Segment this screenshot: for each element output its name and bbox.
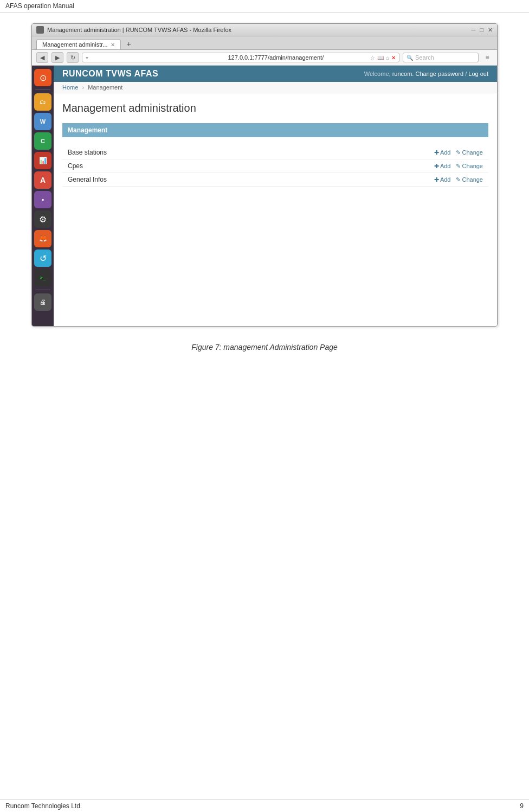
module-header-cell: Management bbox=[62, 123, 488, 137]
figure-caption: Figure 7: management Administration Page bbox=[16, 343, 513, 351]
table-row: General Infos ✚ Add ✎ Change bbox=[62, 173, 488, 187]
username-link[interactable]: runcom. bbox=[392, 71, 414, 77]
launcher-purple-icon[interactable]: ▪ bbox=[34, 191, 51, 208]
launcher-font-icon[interactable]: A bbox=[34, 171, 51, 189]
table-row: Base stations ✚ Add ✎ Change bbox=[62, 146, 488, 159]
table-row: Cpes ✚ Add ✎ Change bbox=[62, 159, 488, 173]
row-name-0: Base stations bbox=[68, 149, 434, 156]
address-bookmark-icon[interactable]: ☆ bbox=[370, 55, 375, 61]
browser-window: Management administration | RUNCOM TVWS … bbox=[31, 23, 498, 327]
row-actions-2: ✚ Add ✎ Change bbox=[434, 176, 483, 183]
launcher-files-icon[interactable]: 🗂 bbox=[34, 93, 51, 111]
row-name-2: General Infos bbox=[68, 176, 434, 183]
change-password-link[interactable]: Change password bbox=[415, 71, 463, 77]
breadcrumb-bar: Home › Management bbox=[54, 82, 497, 93]
add-link-1[interactable]: ✚ Add bbox=[434, 163, 451, 170]
minimize-control[interactable]: ─ bbox=[472, 27, 476, 34]
address-stop-icon[interactable]: ✕ bbox=[391, 55, 396, 61]
active-tab[interactable]: Management administr... ✕ bbox=[36, 39, 121, 49]
admin-content: RUNCOM TVWS AFAS Welcome, runcom. Change… bbox=[54, 66, 497, 326]
breadcrumb-home-link[interactable]: Home bbox=[62, 84, 78, 91]
change-label-2: Change bbox=[462, 176, 483, 183]
module-table-header-row: Management bbox=[62, 123, 488, 137]
row-actions-0: ✚ Add ✎ Change bbox=[434, 149, 483, 156]
admin-main: Management administration Management Bas… bbox=[54, 93, 497, 195]
admin-page-title: Management administration bbox=[62, 102, 488, 114]
add-label-2: Add bbox=[440, 176, 451, 183]
close-control[interactable]: ✕ bbox=[488, 27, 493, 34]
row-actions-1: ✚ Add ✎ Change bbox=[434, 163, 483, 170]
change-icon-0: ✎ bbox=[456, 149, 461, 156]
add-label-1: Add bbox=[440, 163, 451, 169]
firefox-title-icon bbox=[36, 26, 44, 34]
menu-button[interactable]: ≡ bbox=[482, 52, 493, 63]
browser-addressbar: ◀ ▶ ↻ ▾ 127.0.0.1:7777/admin/management/… bbox=[32, 50, 497, 66]
address-reader-icon[interactable]: 📖 bbox=[377, 55, 384, 61]
change-label-1: Change bbox=[462, 163, 483, 169]
add-icon-0: ✚ bbox=[434, 149, 439, 156]
welcome-text: Welcome, bbox=[364, 71, 391, 77]
launcher-ubuntu-icon[interactable]: ⊙ bbox=[34, 69, 51, 86]
launcher-impress-icon[interactable]: 📊 bbox=[34, 152, 51, 169]
address-dropdown-icon: ▾ bbox=[86, 55, 225, 61]
admin-user-info: Welcome, runcom. Change password / Log o… bbox=[364, 71, 488, 77]
reload-button[interactable]: ↻ bbox=[67, 52, 79, 63]
forward-button[interactable]: ▶ bbox=[51, 52, 63, 63]
change-label-0: Change bbox=[462, 149, 483, 156]
tab-label: Management administr... bbox=[42, 41, 107, 48]
browser-titlebar: Management administration | RUNCOM TVWS … bbox=[32, 24, 497, 36]
admin-header-bar: RUNCOM TVWS AFAS Welcome, runcom. Change… bbox=[54, 66, 497, 82]
maximize-control[interactable]: □ bbox=[480, 27, 483, 34]
add-icon-2: ✚ bbox=[434, 176, 439, 183]
address-home-icon[interactable]: ⌂ bbox=[386, 55, 389, 61]
search-field[interactable]: 🔍 Search bbox=[403, 53, 479, 62]
change-link-0[interactable]: ✎ Change bbox=[456, 149, 483, 156]
module-table: Management bbox=[62, 123, 488, 137]
add-icon-1: ✚ bbox=[434, 163, 439, 170]
launcher-settings-icon[interactable]: ⚙ bbox=[34, 210, 51, 228]
toolbar-icons: ≡ bbox=[482, 52, 493, 63]
launcher-divider-2 bbox=[35, 290, 50, 290]
launcher-firefox-icon[interactable]: 🦊 bbox=[34, 230, 51, 247]
add-label-0: Add bbox=[440, 149, 451, 156]
address-url: 127.0.0.1:7777/admin/management/ bbox=[228, 54, 367, 61]
search-icon: 🔍 bbox=[407, 55, 413, 61]
row-name-1: Cpes bbox=[68, 162, 434, 170]
address-icons: ☆ 📖 ⌂ ✕ bbox=[370, 55, 396, 61]
titlebar-controls: ─ □ ✕ bbox=[472, 27, 493, 34]
admin-site-title: RUNCOM TVWS AFAS bbox=[62, 69, 158, 79]
back-button[interactable]: ◀ bbox=[36, 52, 48, 63]
doc-header: AFAS operation Manual bbox=[0, 0, 529, 12]
launcher-calc-icon[interactable]: C bbox=[34, 132, 51, 150]
new-tab-button[interactable]: + bbox=[123, 39, 134, 49]
browser-tabbar: Management administr... ✕ + bbox=[32, 36, 497, 50]
doc-header-title: AFAS operation Manual bbox=[5, 2, 74, 10]
address-bar[interactable]: ▾ 127.0.0.1:7777/admin/management/ ☆ 📖 ⌂… bbox=[82, 53, 399, 62]
breadcrumb-current: Management bbox=[88, 84, 122, 91]
module-rows: Base stations ✚ Add ✎ Change bbox=[62, 146, 488, 187]
add-link-0[interactable]: ✚ Add bbox=[434, 149, 451, 156]
launcher-print-icon[interactable]: 🖨 bbox=[34, 293, 51, 311]
ubuntu-launcher: ⊙ 🗂 W C 📊 A ▪ bbox=[32, 66, 54, 326]
launcher-divider-1 bbox=[35, 89, 50, 90]
change-link-1[interactable]: ✎ Change bbox=[456, 163, 483, 170]
tab-close-icon[interactable]: ✕ bbox=[111, 42, 115, 48]
logout-link[interactable]: Log out bbox=[468, 71, 488, 77]
launcher-sync-icon[interactable]: ↺ bbox=[34, 250, 51, 267]
titlebar-text: Management administration | RUNCOM TVWS … bbox=[47, 27, 231, 33]
add-link-2[interactable]: ✚ Add bbox=[434, 176, 451, 183]
titlebar-left: Management administration | RUNCOM TVWS … bbox=[36, 26, 231, 34]
browser-body: ⊙ 🗂 W C 📊 A ▪ bbox=[32, 66, 497, 326]
launcher-terminal-icon[interactable]: >_ bbox=[34, 269, 51, 286]
page-wrapper: Management administration | RUNCOM TVWS … bbox=[0, 12, 529, 362]
change-icon-2: ✎ bbox=[456, 176, 461, 183]
change-icon-1: ✎ bbox=[456, 163, 461, 170]
launcher-writer-icon[interactable]: W bbox=[34, 113, 51, 130]
change-link-2[interactable]: ✎ Change bbox=[456, 176, 483, 183]
breadcrumb-separator: › bbox=[82, 84, 84, 91]
search-placeholder: Search bbox=[415, 54, 434, 61]
